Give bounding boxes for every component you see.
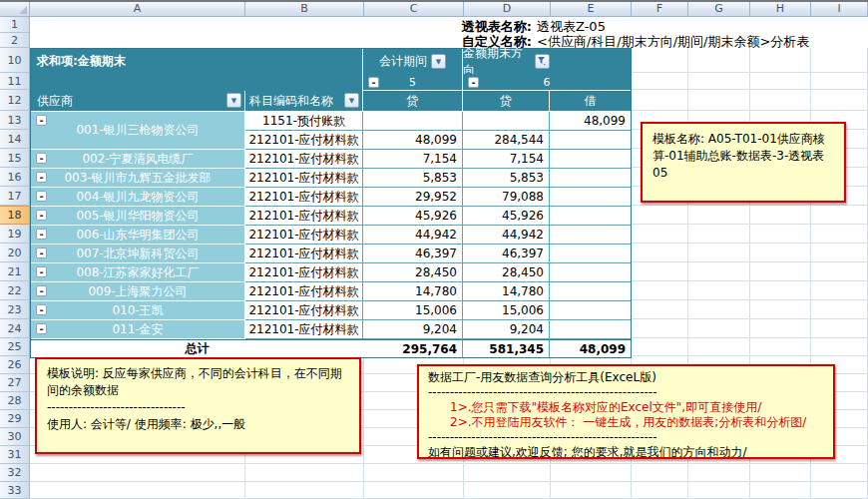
grid-cell[interactable] [632, 482, 688, 499]
row-header-25[interactable]: 25 [0, 338, 30, 356]
pivot-value-cell[interactable]: 48,099 [550, 112, 631, 131]
pivot-subject-cell[interactable]: 212101-应付材料款 [245, 282, 363, 301]
row-header-19[interactable]: 19 [0, 225, 30, 244]
row-header-16[interactable]: 16 [0, 168, 30, 187]
collapse-minus-icon[interactable]: - [36, 229, 47, 240]
pivot-subject-cell[interactable]: 212101-应付材料款 [245, 226, 363, 245]
pivot-grand-total-value[interactable]: 48,099 [550, 339, 631, 357]
column-header-I[interactable]: I [811, 2, 868, 17]
pivot-value-cell[interactable] [463, 112, 550, 131]
grid-cell[interactable] [811, 281, 868, 300]
grid-cell[interactable] [632, 244, 688, 262]
grid-cell[interactable] [811, 73, 868, 90]
grid-cell[interactable] [750, 281, 811, 300]
pivot-value-cell[interactable] [550, 301, 631, 320]
grid-cell[interactable] [245, 482, 364, 499]
pivot-subject-cell[interactable]: 212101-应付材料款 [245, 301, 363, 320]
supplier-dropdown-icon[interactable]: ▼ [226, 93, 241, 108]
collapse-minus-icon[interactable]: - [36, 285, 47, 296]
select-all-corner[interactable] [0, 2, 30, 17]
row-header-17[interactable]: 17 [0, 187, 30, 206]
row-header-31[interactable]: 31 [0, 446, 30, 464]
pivot-row-field-subject[interactable]: 科目编码和名称 ▼ [245, 91, 363, 112]
row-header-1[interactable]: 1 [0, 17, 30, 33]
grid-cell[interactable] [632, 281, 688, 300]
grid-cell[interactable] [551, 464, 632, 482]
grid-cell[interactable] [811, 225, 868, 244]
grid-cell[interactable] [811, 464, 868, 482]
row-header-14[interactable]: 14 [0, 130, 30, 149]
pivot-value-cell[interactable]: 79,088 [463, 188, 550, 207]
grid-cell[interactable] [688, 73, 750, 90]
pivot-grand-total-value[interactable]: 581,345 [463, 339, 550, 357]
pivot-value-cell[interactable]: 44,942 [463, 226, 550, 245]
pivot-value-cell[interactable] [550, 131, 631, 150]
grid-cell[interactable] [811, 33, 868, 48]
grid-cell[interactable] [750, 225, 811, 244]
grid-cell[interactable] [688, 319, 750, 338]
grid-cell[interactable] [811, 319, 868, 338]
collapse-minus-icon[interactable]: - [36, 172, 47, 183]
pivot-supplier-cell[interactable]: -009-上海聚力公司 [31, 282, 245, 301]
pivot-supplier-cell[interactable]: -008-江苏家家好化工厂 [31, 263, 245, 282]
row-header-33[interactable]: 33 [0, 482, 30, 499]
pivot-value-cell[interactable]: 9,204 [463, 320, 550, 339]
row-header-26[interactable]: 26 [0, 356, 30, 374]
row-header-2[interactable]: 2 [0, 33, 30, 48]
pivot-subject-cell[interactable]: 212101-应付材料款 [245, 188, 363, 207]
pivot-value-cell[interactable]: 7,154 [363, 150, 463, 169]
grid-cell[interactable] [750, 262, 811, 281]
pivot-supplier-cell[interactable]: -002-宁夏清风电缆厂 [31, 150, 245, 169]
grid-cell[interactable] [811, 262, 868, 281]
pivot-blank-cell[interactable] [31, 74, 363, 91]
grid-cell[interactable] [632, 338, 688, 356]
direction-filter-funnel-icon[interactable] [535, 54, 550, 69]
grid-cell[interactable] [245, 33, 364, 48]
pivot-direction-header[interactable]: 借 [550, 91, 631, 112]
grid-cell[interactable] [811, 300, 868, 319]
grid-cell[interactable] [632, 17, 688, 33]
grid-cell[interactable] [364, 482, 464, 499]
pivot-supplier-cell[interactable]: -006-山东华明集团公司 [31, 226, 245, 245]
pivot-grand-total-value[interactable]: 295,764 [363, 339, 463, 357]
pivot-supplier-cell[interactable]: -007-北京坤新科贸公司 [31, 245, 245, 263]
pivot-subject-cell[interactable]: 212101-应付材料款 [245, 245, 363, 263]
pivot-value-cell[interactable]: 5,853 [463, 169, 550, 188]
grid-cell[interactable] [688, 482, 750, 499]
pivot-period-5-cell[interactable]: - 5 [363, 74, 463, 91]
pivot-value-cell[interactable]: 48,099 [363, 131, 463, 150]
grid-cell[interactable] [551, 482, 632, 499]
grid-cell[interactable] [688, 281, 750, 300]
pivot-value-cell[interactable] [550, 245, 631, 263]
grid-cell[interactable] [464, 482, 551, 499]
pivot-subject-cell[interactable]: 212101-应付材料款 [245, 150, 363, 169]
grid-cell[interactable] [688, 206, 750, 225]
pivot-value-cell[interactable] [550, 207, 631, 226]
grid-cell[interactable] [632, 300, 688, 319]
grid-cell[interactable] [30, 482, 245, 499]
pivot-value-cell[interactable]: 5,853 [363, 169, 463, 188]
row-header-15[interactable]: 15 [0, 149, 30, 168]
pivot-value-cell[interactable]: 28,450 [363, 263, 463, 282]
row-header-22[interactable]: 22 [0, 281, 30, 300]
pivot-subject-cell[interactable]: 1151-预付账款 [245, 112, 363, 131]
pivot-grand-total-label[interactable]: 总计 [31, 339, 363, 357]
row-header-23[interactable]: 23 [0, 300, 30, 319]
grid-cell[interactable] [811, 244, 868, 262]
row-header-30[interactable]: 30 [0, 428, 30, 446]
pivot-value-cell[interactable] [550, 263, 631, 282]
pivot-value-cell[interactable] [550, 169, 631, 188]
collapse-minus-icon[interactable]: - [36, 191, 47, 202]
pivot-subject-cell[interactable]: 212101-应付材料款 [245, 207, 363, 226]
row-header-11[interactable]: 11 [0, 73, 30, 90]
row-header-18[interactable]: 18 [0, 206, 30, 225]
collapse-minus-icon[interactable]: - [36, 323, 47, 334]
column-header-H[interactable]: H [750, 2, 811, 17]
pivot-value-cell[interactable]: 29,952 [363, 188, 463, 207]
pivot-value-cell[interactable]: 46,397 [463, 245, 550, 263]
grid-cell[interactable] [750, 73, 811, 90]
grid-cell[interactable] [245, 17, 364, 33]
pivot-value-cell[interactable]: 7,154 [463, 150, 550, 169]
grid-cell[interactable] [750, 482, 811, 499]
grid-cell[interactable] [30, 33, 245, 48]
